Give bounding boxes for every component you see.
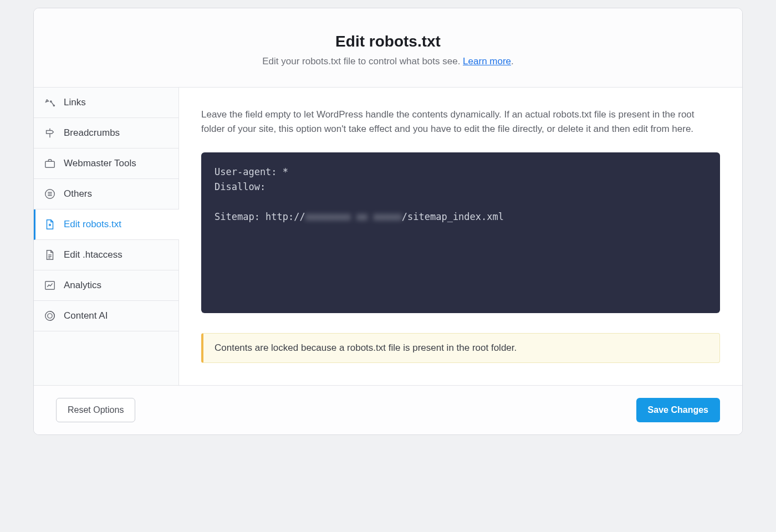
sidebar: Links Breadcrumbs Webmaster Tools Others [34,88,179,385]
chart-icon [44,279,56,291]
sidebar-item-label: Webmaster Tools [64,158,136,169]
subtitle-text: Edit your robots.txt file to control wha… [262,56,463,66]
page-title: Edit robots.txt [45,33,731,50]
redacted-domain: xxxxxxxx xx xxxxx [305,211,402,222]
sidebar-item-label: Content AI [64,310,108,321]
sidebar-item-label: Edit .htaccess [64,249,122,260]
sidebar-item-links[interactable]: Links [34,88,178,118]
svg-point-1 [53,105,54,106]
sidebar-item-webmaster-tools[interactable]: Webmaster Tools [34,149,178,179]
save-changes-button[interactable]: Save Changes [636,398,720,422]
sidebar-item-edit-htaccess[interactable]: Edit .htaccess [34,240,178,270]
sidebar-item-edit-robots[interactable]: Edit robots.txt [34,209,179,240]
sidebar-item-others[interactable]: Others [34,179,178,209]
file-text-icon [44,249,56,261]
panel-header: Edit robots.txt Edit your robots.txt fil… [34,8,742,88]
svg-rect-2 [45,161,55,167]
code-line-3-suffix: /sitemap_index.xml [402,211,504,222]
subtitle-suffix: . [511,56,514,66]
sidebar-item-content-ai[interactable]: Content AI [34,301,178,331]
sidebar-item-breadcrumbs[interactable]: Breadcrumbs [34,118,178,149]
notice-text: Contents are locked because a robots.txt… [215,342,517,353]
list-icon [44,188,56,200]
robots-txt-editor[interactable]: User-agent: * Disallow: Sitemap: http://… [201,152,720,313]
sidebar-item-label: Links [64,97,86,108]
panel-body: Links Breadcrumbs Webmaster Tools Others [34,88,742,385]
svg-point-4 [49,224,51,226]
page-subtitle: Edit your robots.txt file to control wha… [45,56,731,67]
sidebar-item-label: Others [64,188,92,200]
learn-more-link[interactable]: Learn more [463,56,511,66]
signpost-icon [44,127,56,139]
sidebar-item-label: Analytics [64,280,101,291]
settings-panel: Edit robots.txt Edit your robots.txt fil… [33,8,743,435]
reset-options-button[interactable]: Reset Options [56,398,135,422]
briefcase-icon [44,157,56,170]
sidebar-item-analytics[interactable]: Analytics [34,270,178,301]
sidebar-item-label: Breadcrumbs [64,127,120,139]
target-icon [44,310,56,322]
svg-point-7 [48,314,52,318]
content-area: Leave the field empty to let WordPress h… [179,88,742,385]
svg-point-0 [50,101,52,102]
locked-notice: Contents are locked because a robots.txt… [201,333,720,363]
panel-footer: Reset Options Save Changes [34,385,742,434]
file-icon [44,218,56,231]
help-text: Leave the field empty to let WordPress h… [201,108,720,137]
code-line-2: Disallow: [215,181,266,192]
sidebar-item-label: Edit robots.txt [64,219,121,230]
links-icon [44,96,56,109]
code-line-1: User-agent: * [215,166,288,177]
code-line-3-prefix: Sitemap: http:// [215,211,305,222]
